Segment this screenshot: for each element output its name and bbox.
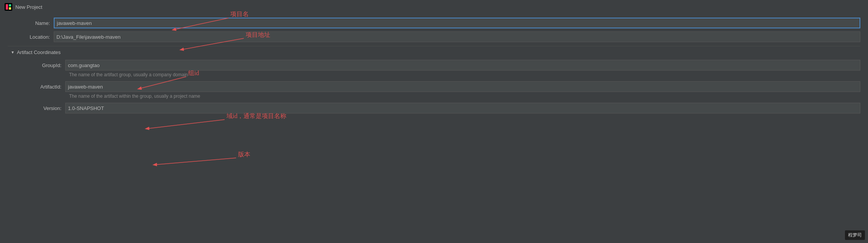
svg-rect-3 [9, 7, 11, 10]
groupid-label: GroupId: [19, 62, 65, 68]
name-row: Name: [8, 18, 860, 28]
location-input[interactable] [54, 31, 860, 42]
section-collapse-arrow: ▼ [11, 50, 15, 54]
svg-rect-1 [6, 4, 8, 10]
indented-section: GroupId: The name of the artifact group,… [8, 60, 860, 113]
annotation-version: 版本 [238, 151, 250, 158]
name-input[interactable] [54, 18, 860, 28]
section-title: Artifact Coordinates [17, 49, 61, 55]
groupid-row: GroupId: [19, 60, 860, 71]
artifactid-label: ArtifactId: [19, 84, 65, 90]
artifactid-input[interactable] [65, 81, 860, 92]
artifact-coordinates-section[interactable]: ▼ Artifact Coordinates [8, 46, 860, 58]
location-row: Location: [8, 31, 860, 42]
groupid-input[interactable] [65, 60, 860, 71]
version-row: Version: [19, 103, 860, 113]
name-label: Name: [8, 20, 54, 26]
title-bar: New Project [0, 0, 868, 14]
groupid-hint: The name of the artifact group, usually … [19, 71, 860, 79]
form-area: Name: Location: ▼ Artifact Coordinates G… [0, 14, 868, 120]
dialog-container: New Project Name: Location: ▼ Artifact C… [0, 0, 868, 243]
arrow-artifact-id [146, 120, 225, 129]
watermark: 程梦司 [845, 230, 865, 240]
artifactid-hint: The name of the artifact within the grou… [19, 93, 860, 100]
artifactid-row: ArtifactId: [19, 81, 860, 92]
window-title: New Project [15, 4, 42, 10]
version-label: Version: [19, 105, 65, 111]
arrow-version [154, 158, 236, 165]
location-label: Location: [8, 34, 54, 40]
svg-rect-2 [9, 4, 11, 7]
version-input[interactable] [65, 103, 860, 113]
app-logo [5, 3, 12, 11]
